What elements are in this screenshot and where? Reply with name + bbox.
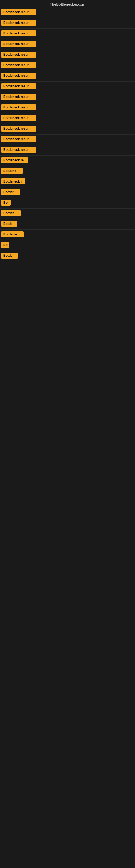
- bottleneck-badge[interactable]: Bottle: [1, 221, 17, 227]
- bottleneck-badge[interactable]: Bottleneck result: [1, 104, 36, 111]
- bottleneck-badge[interactable]: Bottle: [1, 252, 18, 258]
- result-row: Bottleneck result: [0, 145, 135, 156]
- result-row: Bottleneck result: [0, 8, 135, 18]
- bottleneck-badge[interactable]: Bottleneck result: [1, 62, 36, 68]
- bottleneck-badge[interactable]: Bottlene: [1, 168, 23, 174]
- bottleneck-badge[interactable]: Bo: [1, 242, 9, 248]
- bottleneck-badge[interactable]: Bottler: [1, 189, 20, 195]
- bottleneck-badge[interactable]: Bottleneck result: [1, 83, 36, 89]
- result-row: Bo: [0, 240, 135, 251]
- result-row: Bottler: [0, 187, 135, 198]
- result-row: Bottleneck result: [0, 39, 135, 50]
- bottleneck-badge[interactable]: Bottleneck result: [1, 73, 36, 79]
- results-container: Bottleneck resultBottleneck resultBottle…: [0, 8, 135, 261]
- bottleneck-badge[interactable]: Bo: [1, 199, 10, 206]
- bottleneck-badge[interactable]: Bottleneck result: [1, 115, 36, 121]
- result-row: Bottleneck result: [0, 82, 135, 92]
- result-row: Bo: [0, 198, 135, 209]
- bottleneck-badge[interactable]: Bottleneck re: [1, 157, 28, 163]
- result-row: Bottleneck result: [0, 18, 135, 29]
- result-row: Bottleneck result: [0, 50, 135, 61]
- result-row: Bottleneck result: [0, 113, 135, 124]
- bottleneck-badge[interactable]: Bottlen: [1, 210, 20, 216]
- bottleneck-badge[interactable]: Bottleneck result: [1, 41, 36, 47]
- bottleneck-badge[interactable]: Bottleneck result: [1, 52, 36, 58]
- bottleneck-badge[interactable]: Bottleneck result: [1, 20, 36, 26]
- result-row: Bottleneck result: [0, 71, 135, 82]
- result-row: Bottleneck result: [0, 92, 135, 103]
- bottleneck-badge[interactable]: Bottleneck result: [1, 136, 36, 142]
- bottleneck-badge[interactable]: Bottleneck result: [1, 9, 36, 15]
- bottleneck-badge[interactable]: Bottleneck result: [1, 147, 36, 153]
- result-row: Bottleneck r: [0, 177, 135, 187]
- result-row: Bottleneck result: [0, 29, 135, 39]
- result-row: Bottlene: [0, 166, 135, 177]
- result-row: Bottleneck result: [0, 134, 135, 145]
- bottleneck-badge[interactable]: Bottleneck r: [1, 179, 26, 184]
- result-row: Bottle: [0, 219, 135, 230]
- result-row: Bottleneck re: [0, 156, 135, 166]
- result-row: Bottlen: [0, 209, 135, 219]
- bottleneck-badge[interactable]: Bottlenec: [1, 231, 24, 237]
- bottleneck-badge[interactable]: Bottleneck result: [1, 30, 36, 36]
- result-row: Bottleneck result: [0, 103, 135, 113]
- result-row: Bottleneck result: [0, 124, 135, 134]
- result-row: Bottleneck result: [0, 61, 135, 71]
- result-row: Bottle: [0, 251, 135, 261]
- result-row: Bottlenec: [0, 230, 135, 240]
- site-title: TheBottlenecker.com: [0, 0, 135, 8]
- bottleneck-badge[interactable]: Bottleneck result: [1, 126, 36, 131]
- bottleneck-badge[interactable]: Bottleneck result: [1, 94, 36, 100]
